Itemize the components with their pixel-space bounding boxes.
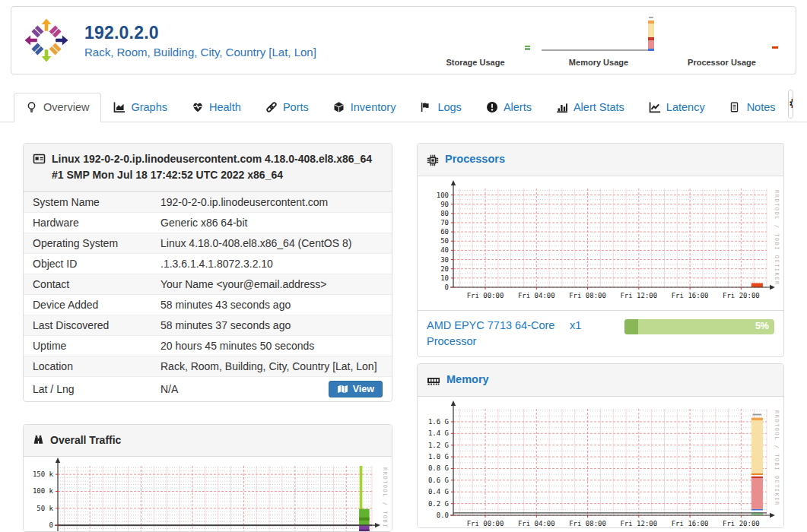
device-location-subtitle: Rack, Room, Building, City, Country [Lat… [84,46,316,59]
cpu-usage-progress-fill [624,319,638,334]
svg-text:80: 80 [440,210,449,217]
processor-mini-sparkline [665,17,779,64]
tab-alert-stats[interactable]: Alert Stats [544,93,637,122]
traffic-graph-host[interactable]: 050 k100 k150 kFri 00:00Fri 04:00Fri 08:… [24,457,392,532]
lightbulb-icon [26,101,38,113]
memory-usage-mini-graph[interactable]: Memory Usage [537,7,660,74]
row-label: Contact [33,278,160,290]
tab-overview[interactable]: Overview [14,93,101,122]
memory-mini-sparkline [542,17,656,64]
tab-inventory[interactable]: Inventory [321,93,408,122]
row-label: Object ID [33,258,160,270]
svg-text:RRDTOOL / TOBI OETIKER: RRDTOOL / TOBI OETIKER [774,190,780,286]
row-value: Linux 4.18.0-408.el8.x86_64 (CentOS 8) [160,237,383,249]
storage-usage-label: Storage Usage [414,58,537,67]
system-info-table: System Name192-0-2-0.ip.linodeuserconten… [24,192,392,401]
overall-traffic-title: Overall Traffic [50,432,121,448]
tab-label: Logs [437,101,461,113]
svg-text:50 k: 50 k [37,505,53,512]
svg-text:150 k: 150 k [33,470,54,478]
tab-label: Latency [666,101,705,113]
svg-text:40: 40 [440,246,449,254]
microchip-icon [427,154,439,166]
chart-area-icon [113,101,125,113]
processor-usage-label: Processor Usage [660,58,783,67]
overall-traffic-panel: Overall Traffic 050 k100 k150 kFri 00:00… [23,424,392,532]
table-row: LocationRack, Room, Building, City, Coun… [24,356,392,376]
svg-text:60: 60 [440,228,449,236]
link-icon [265,101,278,113]
circle-exclamation-icon [486,101,498,113]
row-label: Lat / Lng [33,383,160,395]
svg-text:Fri 20:00: Fri 20:00 [723,292,760,299]
processor-usage-mini-graph[interactable]: Processor Usage [660,7,783,74]
overall-traffic-header: Overall Traffic [24,425,392,457]
table-row: Lat / LngN/AView [24,376,392,401]
cpu-usage-percent: 5% [755,321,769,331]
table-row: Last Discovered58 minutes 37 seconds ago [24,315,392,335]
binoculars-icon [33,434,44,445]
svg-text:Fri 00:00: Fri 00:00 [467,520,504,527]
svg-text:30: 30 [440,255,449,263]
svg-text:0.0: 0.0 [437,511,449,519]
processors-panel: Processors 0102030405060708090100Fri 00:… [417,143,784,357]
table-row: Operating SystemLinux 4.18.0-408.el8.x86… [24,233,392,253]
tab-label: Ports [283,101,309,113]
tab-label: Alerts [504,101,532,113]
tab-graphs[interactable]: Graphs [101,93,180,122]
device-settings-button[interactable]: ⚙ [789,90,793,118]
tab-label: Overview [43,101,89,113]
svg-text:90: 90 [440,200,449,207]
tab-health[interactable]: Health [180,93,253,122]
processors-graph-host-svg: 0102030405060708090100Fri 00:00Fri 04:00… [418,176,783,310]
system-info-header: Linux 192-0-2-0.ip.linodeusercontent.com… [24,144,392,192]
cpu-row: AMD EPYC 7713 64-Core Processor x1 5% [418,310,783,356]
tab-ports[interactable]: Ports [253,93,321,122]
row-value: Generic x86 64-bit [160,217,383,229]
tab-label: Alert Stats [573,101,624,113]
device-tab-bar: OverviewGraphsHealthPortsInventoryLogsAl… [0,89,807,122]
tab-alerts[interactable]: Alerts [474,93,544,122]
memory-header[interactable]: Memory [418,364,783,397]
tab-notes[interactable]: Notes [717,93,788,122]
view-map-button[interactable]: View [329,381,383,397]
cpu-count: x1 [570,319,581,331]
svg-text:0: 0 [49,521,53,529]
row-label: Location [33,360,160,372]
file-lines-icon [729,101,742,113]
table-row: Object ID.1.3.6.1.4.1.8072.3.2.10 [24,253,392,274]
memory-graph-host-svg: 0.00.2 G0.4 G0.6 G0.8 G1.0 G1.2 G1.4 G1.… [418,397,783,527]
svg-text:0: 0 [445,283,449,291]
cpu-name-link[interactable]: AMD EPYC 7713 64-Core Processor [427,318,556,350]
row-label: System Name [33,196,160,208]
centos-logo-icon [24,18,68,62]
svg-text:100: 100 [437,191,449,198]
tab-label: Health [209,101,241,113]
svg-text:20: 20 [440,264,449,272]
row-label: Device Added [33,299,160,311]
svg-text:100 k: 100 k [33,487,54,495]
storage-usage-mini-graph[interactable]: Storage Usage [414,7,537,74]
tab-logs[interactable]: Logs [408,93,473,122]
memory-panel: Memory 0.00.2 G0.4 G0.6 G0.8 G1.0 G1.2 G… [417,363,784,528]
memory-title: Memory [446,372,489,388]
chart-line-icon [649,101,661,113]
row-value: 20 hours 45 minutes 50 seconds [160,340,383,352]
svg-text:Fri 16:00: Fri 16:00 [672,520,709,527]
svg-text:10: 10 [440,274,449,282]
row-value: Rack, Room, Building, City, Country [Lat… [160,360,383,372]
memory-graph-host[interactable]: 0.00.2 G0.4 G0.6 G0.8 G1.0 G1.2 G1.4 G1.… [418,397,783,527]
processors-graph-host[interactable]: 0102030405060708090100Fri 00:00Fri 04:00… [418,176,783,310]
memory-icon [427,375,440,387]
map-icon [337,384,348,394]
processors-header[interactable]: Processors [418,144,783,176]
heart-pulse-icon [192,101,204,113]
svg-text:Fri 08:00: Fri 08:00 [569,292,606,299]
svg-text:1.6 G: 1.6 G [428,418,449,426]
device-header-card: 192.0.2.0 Rack, Room, Building, City, Co… [11,6,796,74]
row-value: 58 minutes 43 seconds ago [160,299,383,311]
svg-text:Fri 00:00: Fri 00:00 [467,292,504,299]
row-label: Operating System [33,237,160,249]
tab-latency[interactable]: Latency [637,93,717,122]
system-kernel-title: Linux 192-0-2-0.ip.linodeusercontent.com… [52,151,383,183]
